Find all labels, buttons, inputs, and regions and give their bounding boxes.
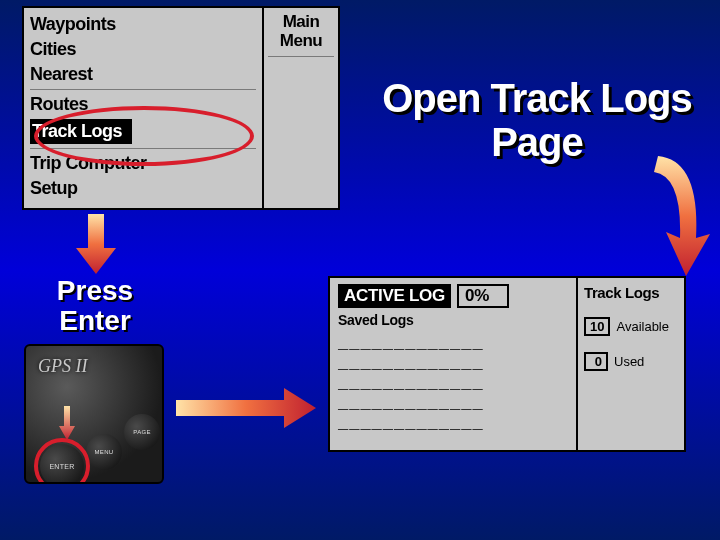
menu-item-track-logs[interactable]: Track Logs bbox=[30, 119, 132, 144]
menu-item-cities[interactable]: Cities bbox=[30, 37, 256, 62]
menu-item-nearest[interactable]: Nearest bbox=[30, 62, 256, 87]
saved-log-slot[interactable]: _____________ bbox=[338, 394, 568, 414]
track-logs-right: Track Logs 10 Available 0 Used bbox=[576, 278, 684, 450]
saved-log-slot[interactable]: _____________ bbox=[338, 414, 568, 434]
track-logs-panel: ACTIVE LOG 0% Saved Logs _____________ _… bbox=[328, 276, 686, 452]
device-brand: GPS II bbox=[26, 346, 162, 377]
headline: Open Track Logs Page bbox=[372, 76, 702, 164]
menu-right-pane: Main Menu bbox=[262, 8, 338, 208]
used-value: 0 bbox=[584, 352, 608, 371]
menu-divider bbox=[30, 148, 256, 149]
saved-log-slot[interactable]: _____________ bbox=[338, 374, 568, 394]
track-logs-header: ACTIVE LOG 0% bbox=[338, 284, 568, 308]
saved-logs-label: Saved Logs bbox=[338, 312, 568, 328]
menu-item-trip-computer[interactable]: Trip Computer bbox=[30, 151, 256, 176]
device-photo: GPS II ENTER MENU PAGE bbox=[24, 344, 164, 484]
menu-item-setup[interactable]: Setup bbox=[30, 176, 256, 201]
menu-title-line2: Menu bbox=[268, 31, 334, 50]
menu-item-waypoints[interactable]: Waypoints bbox=[30, 12, 256, 37]
device-menu-button[interactable]: MENU bbox=[86, 434, 122, 470]
arrow-down-icon bbox=[76, 214, 116, 274]
available-value: 10 bbox=[584, 317, 610, 336]
menu-right-separator bbox=[268, 56, 334, 57]
used-label: Used bbox=[614, 354, 644, 369]
track-logs-left: ACTIVE LOG 0% Saved Logs _____________ _… bbox=[330, 278, 576, 450]
used-field: 0 Used bbox=[584, 352, 678, 371]
arrow-small-down-icon bbox=[59, 406, 75, 444]
menu-title-line1: Main bbox=[268, 12, 334, 31]
menu-list: Waypoints Cities Nearest Routes Track Lo… bbox=[24, 8, 262, 208]
arrow-right-icon bbox=[176, 388, 316, 428]
device-enter-button[interactable]: ENTER bbox=[40, 444, 84, 484]
menu-item-routes[interactable]: Routes bbox=[30, 92, 256, 117]
active-log-chip[interactable]: ACTIVE LOG bbox=[338, 284, 451, 308]
main-menu-panel: Waypoints Cities Nearest Routes Track Lo… bbox=[22, 6, 340, 210]
available-label: Available bbox=[616, 319, 669, 334]
menu-divider bbox=[30, 89, 256, 90]
active-log-percent: 0% bbox=[457, 284, 510, 308]
arrow-curved-icon bbox=[648, 152, 716, 282]
device-page-button[interactable]: PAGE bbox=[124, 414, 160, 450]
saved-log-slot[interactable]: _____________ bbox=[338, 354, 568, 374]
track-logs-title: Track Logs bbox=[584, 284, 678, 301]
available-field: 10 Available bbox=[584, 317, 678, 336]
press-enter-label: Press Enter bbox=[30, 276, 160, 336]
saved-log-slot[interactable]: _____________ bbox=[338, 334, 568, 354]
